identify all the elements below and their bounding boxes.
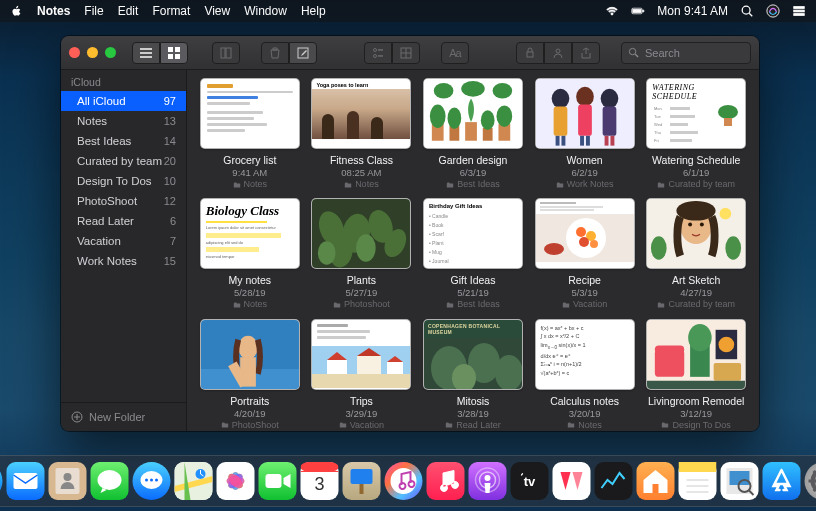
list-view-button[interactable]: [132, 42, 160, 64]
sidebar-item-design-to-dos[interactable]: Design To Dos10: [61, 171, 186, 191]
sidebar-item-count: 20: [164, 155, 176, 167]
note-item[interactable]: Art Sketch 4/27/19 Curated by team: [645, 198, 747, 310]
sidebar-item-count: 15: [164, 255, 176, 267]
dock-appletv[interactable]: tv: [511, 462, 549, 500]
new-folder-button[interactable]: New Folder: [61, 402, 186, 431]
dock-messages[interactable]: [91, 462, 129, 500]
battery-icon[interactable]: [631, 4, 645, 18]
dock-podcasts[interactable]: [469, 462, 507, 500]
gallery-view-button[interactable]: [160, 42, 188, 64]
note-item[interactable]: Portraits 4/20/19 PhotoShoot: [199, 319, 301, 431]
dock-home[interactable]: [637, 462, 675, 500]
dock-facetime[interactable]: [259, 462, 297, 500]
new-note-button[interactable]: [289, 42, 317, 64]
dock-preview[interactable]: [721, 462, 759, 500]
folder-icon: [446, 181, 454, 189]
note-title: Fitness Class: [330, 154, 393, 167]
svg-text:Tue: Tue: [654, 114, 662, 119]
folder-icon: [661, 421, 669, 429]
dock-notes[interactable]: [679, 462, 717, 500]
svg-rect-101: [327, 360, 347, 374]
note-item[interactable]: Garden design 6/3/19 Best Ideas: [422, 78, 524, 190]
menubar-item-file[interactable]: File: [84, 4, 103, 18]
note-title: Gift Ideas: [446, 274, 500, 287]
sidebar-item-notes[interactable]: Notes13: [61, 111, 186, 131]
dock-maps[interactable]: [175, 462, 213, 500]
dock-contacts[interactable]: [49, 462, 87, 500]
note-item[interactable]: Livingroom Remodel 3/12/19 Design To Dos: [645, 319, 747, 431]
titlebar[interactable]: Aa Search: [61, 36, 759, 70]
dock-settings[interactable]: [805, 462, 817, 500]
note-item[interactable]: COPENHAGEN BOTANICAL MUSEUM Mitosis 3/28…: [422, 319, 524, 431]
sidebar-item-label: Read Later: [77, 215, 134, 227]
search-field[interactable]: Search: [621, 42, 751, 64]
dock-calendar[interactable]: 3: [301, 462, 339, 500]
apple-menu-icon[interactable]: [10, 5, 23, 18]
sidebar-item-all-icloud[interactable]: All iCloud97: [61, 91, 186, 111]
note-item[interactable]: Grocery list 9:41 AM Notes: [199, 78, 301, 190]
spotlight-icon[interactable]: [740, 4, 754, 18]
menubar-item-window[interactable]: Window: [244, 4, 287, 18]
note-item[interactable]: Recipe 5/3/19 Vacation: [534, 198, 636, 310]
note-item[interactable]: Yoga poses to learn Fitness Class 08:25 …: [311, 78, 413, 190]
menubar-clock[interactable]: Mon 9:41 AM: [657, 4, 728, 18]
dock-music[interactable]: [427, 462, 465, 500]
menubar-item-edit[interactable]: Edit: [118, 4, 139, 18]
sidebar-item-work-notes[interactable]: Work Notes15: [61, 251, 186, 271]
menubar-item-help[interactable]: Help: [301, 4, 326, 18]
note-date: 5/27/19: [333, 287, 390, 299]
sidebar-item-label: Work Notes: [77, 255, 137, 267]
share-button[interactable]: [572, 42, 600, 64]
note-item[interactable]: Plants 5/27/19 Photoshoot: [311, 198, 413, 310]
dock-safari[interactable]: [0, 462, 3, 500]
menubar-app[interactable]: Notes: [37, 4, 70, 18]
note-item[interactable]: f(x) = ax² + bx + c∫ x dx = x²/2 + Climx…: [534, 319, 636, 431]
wifi-icon[interactable]: [605, 4, 619, 18]
siri-icon[interactable]: [766, 4, 780, 18]
sidebar-item-read-later[interactable]: Read Later6: [61, 211, 186, 231]
svg-rect-2: [643, 10, 644, 12]
note-item[interactable]: WATERINGSCHEDULEMonTueWedThuFri Watering…: [645, 78, 747, 190]
close-button[interactable]: [69, 47, 80, 58]
svg-point-84: [590, 240, 598, 248]
note-title: Women: [556, 154, 614, 167]
svg-rect-22: [378, 55, 383, 57]
collaborate-button[interactable]: [544, 42, 572, 64]
dock-keynote[interactable]: [343, 462, 381, 500]
dock-mail[interactable]: [7, 462, 45, 500]
menubar-item-format[interactable]: Format: [152, 4, 190, 18]
sidebar-item-label: All iCloud: [77, 95, 126, 107]
sidebar-item-curated-by-team[interactable]: Curated by team20: [61, 151, 186, 171]
lock-button[interactable]: [516, 42, 544, 64]
zoom-button[interactable]: [105, 47, 116, 58]
note-item[interactable]: Biology ClassLorem ipsum dolor sit amet …: [199, 198, 301, 310]
checklist-button[interactable]: [364, 42, 392, 64]
folder-icon: [657, 181, 665, 189]
dock-photos[interactable]: [217, 462, 255, 500]
svg-point-28: [629, 48, 635, 54]
menubar-item-view[interactable]: View: [204, 4, 230, 18]
svg-point-116: [688, 323, 712, 350]
sidebar-item-vacation[interactable]: Vacation7: [61, 231, 186, 251]
notes-window: Aa Search iCloud All iCloud97Notes13Best…: [61, 36, 759, 431]
dock-stocks[interactable]: [595, 462, 633, 500]
format-button[interactable]: Aa: [441, 42, 469, 64]
dock-news[interactable]: [553, 462, 591, 500]
dock-appstore[interactable]: [763, 462, 801, 500]
svg-point-129: [64, 473, 72, 481]
note-item[interactable]: Birthday Gift Ideas• Candle• Book• Scarf…: [422, 198, 524, 310]
svg-rect-157: [679, 462, 717, 472]
delete-button[interactable]: [261, 42, 289, 64]
notification-center-icon[interactable]: [792, 4, 806, 18]
minimize-button[interactable]: [87, 47, 98, 58]
svg-point-21: [374, 54, 377, 57]
note-folder: Photoshoot: [333, 299, 390, 310]
sidebar-item-best-ideas[interactable]: Best Ideas14: [61, 131, 186, 151]
note-item[interactable]: Women 6/2/19 Work Notes: [534, 78, 636, 190]
table-button[interactable]: [392, 42, 420, 64]
dock-imessage[interactable]: [133, 462, 171, 500]
dock-itunes[interactable]: [385, 462, 423, 500]
note-item[interactable]: Trips 3/29/19 Vacation: [311, 319, 413, 431]
sidebar-item-photoshoot[interactable]: PhotoShoot12: [61, 191, 186, 211]
attachments-button[interactable]: [212, 42, 240, 64]
